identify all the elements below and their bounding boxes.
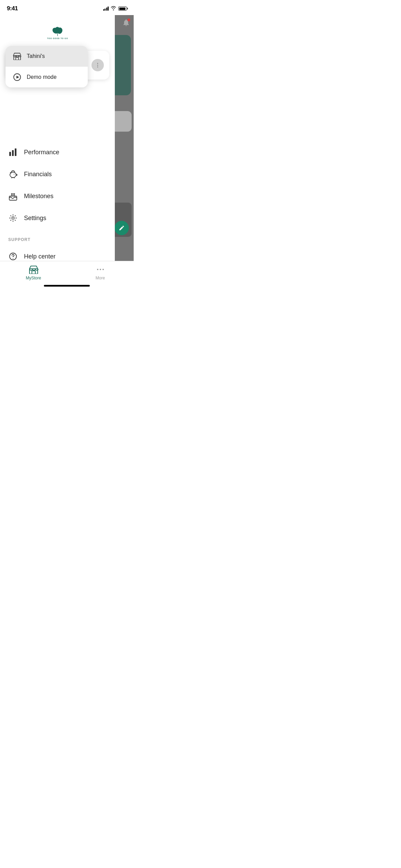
svg-rect-25 bbox=[29, 269, 38, 274]
wifi-icon bbox=[111, 6, 116, 11]
tab-more[interactable]: More bbox=[67, 265, 134, 280]
svg-rect-26 bbox=[32, 271, 35, 274]
bar-chart-icon bbox=[8, 147, 18, 157]
svg-point-20 bbox=[12, 217, 14, 219]
demo-icon bbox=[12, 72, 22, 82]
notification-dot bbox=[127, 19, 130, 21]
account-dropdown: Tahini's Demo mode bbox=[5, 46, 88, 87]
question-circle-icon bbox=[8, 252, 18, 261]
svg-point-15 bbox=[14, 174, 14, 174]
svg-point-19 bbox=[14, 193, 15, 195]
gear-icon bbox=[8, 213, 18, 223]
support-section: SUPPORT Help center bbox=[0, 229, 115, 261]
dropdown-demomode-label: Demo mode bbox=[27, 74, 57, 80]
tab-mystore-label: MyStore bbox=[26, 276, 41, 280]
cake-icon bbox=[8, 191, 18, 201]
svg-text:TOO GOOD TO GO: TOO GOOD TO GO bbox=[47, 37, 68, 39]
more-tab-icon bbox=[96, 265, 105, 274]
svg-marker-10 bbox=[16, 76, 19, 79]
nav-performance-label: Performance bbox=[24, 149, 59, 156]
svg-point-4 bbox=[97, 63, 98, 64]
nav-item-financials[interactable]: Financials bbox=[7, 163, 108, 185]
svg-point-29 bbox=[102, 269, 104, 270]
status-icons bbox=[103, 6, 127, 11]
nav-items: Performance Financials bbox=[0, 141, 115, 229]
svg-rect-11 bbox=[9, 152, 11, 156]
mystore-tab-icon bbox=[29, 265, 38, 274]
notification-bell[interactable] bbox=[122, 19, 130, 28]
tab-more-label: More bbox=[96, 276, 105, 280]
support-helpcenter-label: Help center bbox=[24, 253, 56, 260]
status-bar: 9:41 bbox=[0, 0, 134, 15]
svg-rect-12 bbox=[12, 150, 14, 156]
svg-point-22 bbox=[13, 258, 13, 259]
nav-settings-label: Settings bbox=[24, 215, 46, 222]
store-icon bbox=[12, 51, 22, 61]
dropdown-tahinisstore-label: Tahini's bbox=[27, 53, 45, 59]
svg-point-6 bbox=[97, 67, 98, 67]
dropdown-item-tahinisstore[interactable]: Tahini's bbox=[5, 46, 88, 67]
status-time: 9:41 bbox=[7, 5, 18, 12]
home-indicator bbox=[44, 285, 90, 287]
dropdown-item-demomode[interactable]: Demo mode bbox=[5, 67, 88, 87]
tgtg-logo: TOO GOOD TO GO bbox=[39, 21, 76, 45]
svg-point-27 bbox=[97, 269, 98, 270]
battery-icon bbox=[118, 7, 127, 11]
piggy-bank-icon bbox=[8, 169, 18, 179]
svg-point-18 bbox=[11, 193, 12, 195]
nav-item-settings[interactable]: Settings bbox=[7, 207, 108, 229]
signal-icon bbox=[103, 7, 109, 11]
nav-financials-label: Financials bbox=[24, 171, 52, 178]
tab-bar: MyStore More bbox=[0, 261, 134, 289]
svg-point-28 bbox=[100, 269, 101, 270]
nav-item-performance[interactable]: Performance bbox=[7, 141, 108, 163]
svg-rect-7 bbox=[14, 56, 21, 60]
svg-rect-13 bbox=[15, 148, 16, 156]
support-item-helpcenter[interactable]: Help center bbox=[8, 248, 107, 261]
svg-point-5 bbox=[97, 65, 98, 65]
svg-point-17 bbox=[13, 193, 14, 195]
support-header: SUPPORT bbox=[8, 237, 107, 242]
edit-button[interactable] bbox=[114, 221, 129, 235]
more-options-button[interactable] bbox=[92, 59, 104, 71]
svg-rect-8 bbox=[16, 57, 19, 60]
tab-mystore[interactable]: MyStore bbox=[0, 265, 67, 280]
nav-item-milestones[interactable]: Milestones bbox=[7, 185, 108, 207]
nav-milestones-label: Milestones bbox=[24, 193, 53, 200]
